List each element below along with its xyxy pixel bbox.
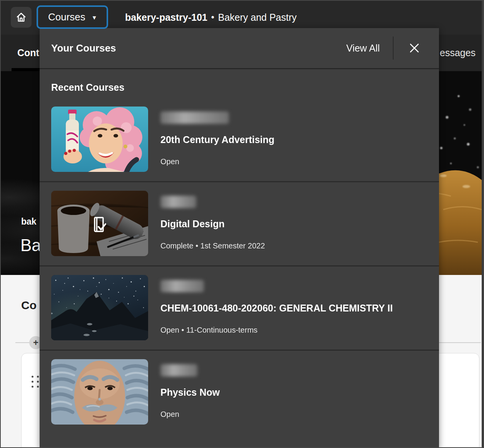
course-id-redacted xyxy=(160,280,204,292)
course-thumbnail-einstein-figurine xyxy=(51,359,148,425)
drag-handle-icon[interactable] xyxy=(32,376,40,388)
course-title: 20th Century Advertising xyxy=(160,134,274,145)
course-title: CHEM-10061-480-202060: GENERAL CHEMISTRY… xyxy=(160,303,393,314)
course-complete-icon xyxy=(93,216,106,234)
course-row-general-chemistry[interactable]: CHEM-10061-480-202060: GENERAL CHEMISTRY… xyxy=(40,266,439,351)
hero-course-title-clipped: Ba xyxy=(20,236,41,255)
course-status: Open xyxy=(160,410,220,419)
course-meta: CHEM-10061-480-202060: GENERAL CHEMISTRY… xyxy=(160,275,393,340)
course-status: Complete • 1st Semester 2022 xyxy=(160,241,265,250)
breadcrumb-course-title: Bakery and Pastry xyxy=(218,12,297,23)
course-thumbnail-night-mountains xyxy=(51,275,148,340)
recent-courses-label: Recent Courses xyxy=(51,82,439,93)
courses-dropdown-button[interactable]: Courses ▼ xyxy=(37,5,108,29)
course-title: Physics Now xyxy=(160,387,220,398)
breadcrumb-separator: • xyxy=(211,12,214,22)
courses-button-label: Courses xyxy=(48,11,85,23)
course-id-redacted xyxy=(160,112,229,124)
course-thumbnail-coffee-newspaper xyxy=(51,191,148,256)
panel-header: Your Courses View All xyxy=(40,28,439,69)
breadcrumb-course-id: bakery-pastry-101 xyxy=(125,12,207,23)
course-thumbnail-retro-advertisement xyxy=(51,107,148,172)
hero-course-id-clipped: bak xyxy=(21,217,37,227)
home-icon xyxy=(15,11,27,23)
course-status: Open xyxy=(160,157,274,166)
content-heading-clipped: Co xyxy=(21,299,37,312)
close-icon xyxy=(407,41,421,55)
course-id-redacted xyxy=(160,196,196,208)
panel-title: Your Courses xyxy=(51,42,116,54)
close-panel-button[interactable] xyxy=(407,40,422,56)
scrollbar[interactable] xyxy=(482,0,484,448)
course-status: Open • 11-Continuous-terms xyxy=(160,326,393,335)
course-title: Digital Design xyxy=(160,218,265,230)
course-row-physics-now[interactable]: Physics Now Open xyxy=(40,351,439,434)
home-button[interactable] xyxy=(11,7,32,28)
course-row-20th-century-advertising[interactable]: 20th Century Advertising Open xyxy=(40,98,439,182)
tab-content-clipped[interactable]: Cont xyxy=(17,47,39,58)
course-row-digital-design[interactable]: Digital Design Complete • 1st Semester 2… xyxy=(40,182,439,266)
active-tab-underline xyxy=(12,68,40,71)
app-window: Courses ▼ bakery-pastry-101 • Bakery and… xyxy=(0,0,484,448)
course-meta: 20th Century Advertising Open xyxy=(160,107,274,172)
view-all-link[interactable]: View All xyxy=(346,43,380,54)
course-meta: Digital Design Complete • 1st Semester 2… xyxy=(160,191,265,256)
header-vertical-divider xyxy=(393,37,394,60)
chevron-down-icon: ▼ xyxy=(92,14,97,21)
course-meta: Physics Now Open xyxy=(160,359,220,425)
tab-messages-clipped[interactable]: essages xyxy=(440,47,476,58)
your-courses-panel: Your Courses View All Recent Courses xyxy=(40,28,439,448)
course-id-redacted xyxy=(160,364,197,376)
